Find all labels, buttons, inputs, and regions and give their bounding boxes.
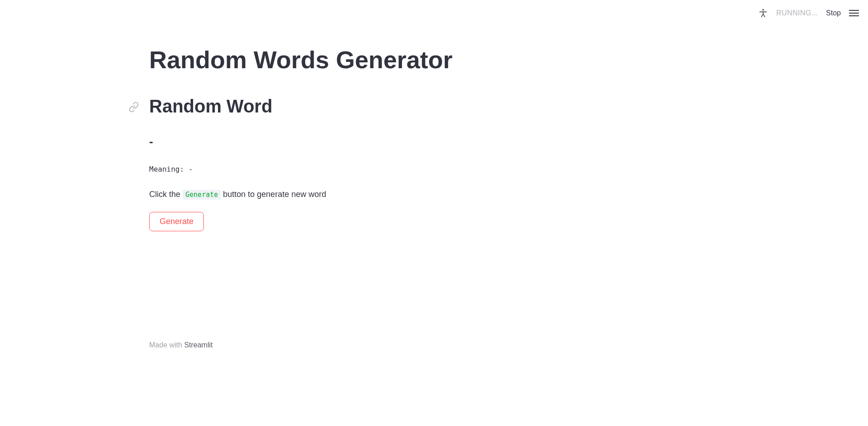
hamburger-menu-icon[interactable] xyxy=(849,8,859,18)
svg-point-0 xyxy=(762,9,764,11)
footer-brand[interactable]: Streamlit xyxy=(184,341,212,349)
running-status: RUNNING... xyxy=(776,9,818,17)
generate-button[interactable]: Generate xyxy=(149,212,204,231)
meaning-text: Meaning: - xyxy=(149,165,479,173)
footer: Made with Streamlit xyxy=(149,341,213,349)
section-title: Random Word xyxy=(149,96,479,117)
hint-prefix: Click the xyxy=(149,190,183,199)
stop-button[interactable]: Stop xyxy=(826,9,841,17)
app-toolbar: RUNNING... Stop xyxy=(758,0,868,26)
hint-code: Generate xyxy=(183,190,221,200)
generated-word: - xyxy=(149,135,479,149)
main-content: Random Words Generator Random Word - Mea… xyxy=(149,0,479,231)
accessibility-icon[interactable] xyxy=(758,8,768,18)
link-icon[interactable] xyxy=(128,102,139,114)
page-title: Random Words Generator xyxy=(149,45,479,75)
section-header: Random Word xyxy=(149,96,479,117)
footer-prefix: Made with xyxy=(149,341,184,349)
hint-suffix: button to generate new word xyxy=(221,190,326,199)
hint-text: Click the Generate button to generate ne… xyxy=(149,190,479,199)
